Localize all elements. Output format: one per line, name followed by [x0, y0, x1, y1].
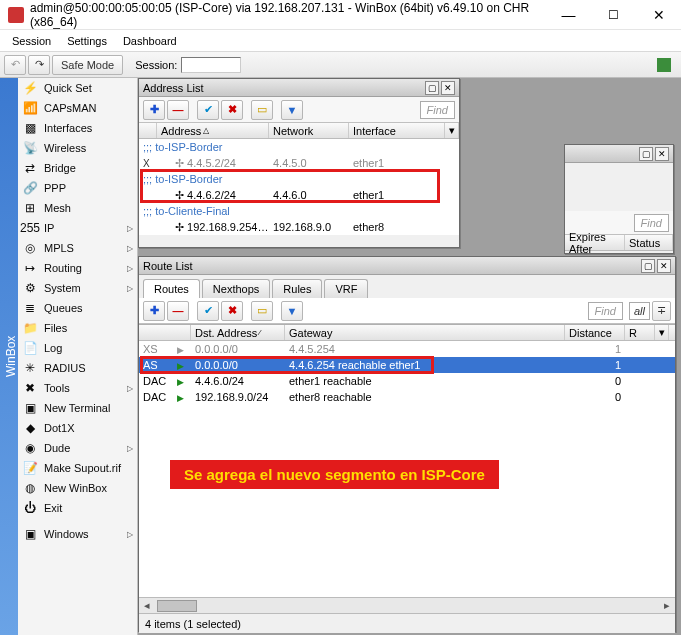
- col-dropdown-icon[interactable]: ▾: [445, 123, 459, 138]
- minimize-button[interactable]: —: [546, 0, 591, 30]
- sidebar-icon: ⊞: [22, 200, 38, 216]
- enable-button[interactable]: ✔: [197, 100, 219, 120]
- lease-window[interactable]: ▢ ✕ Find Expires After Status: [564, 144, 674, 254]
- route-col-dist[interactable]: Distance: [565, 325, 625, 340]
- sidebar-item-exit[interactable]: ⏻Exit: [18, 498, 137, 518]
- submenu-icon: ▷: [127, 384, 133, 393]
- sidebar-item-log[interactable]: 📄Log: [18, 338, 137, 358]
- session-input[interactable]: [181, 57, 241, 73]
- sidebar-item-system[interactable]: ⚙System▷: [18, 278, 137, 298]
- route-col-dropdown-icon[interactable]: ▾: [655, 325, 669, 340]
- safe-mode-button[interactable]: Safe Mode: [52, 55, 123, 75]
- lease-find-input[interactable]: Find: [634, 214, 669, 232]
- sidebar-item-capsman[interactable]: 📶CAPsMAN: [18, 98, 137, 118]
- address-find-input[interactable]: Find: [420, 101, 455, 119]
- sidebar-item-new-winbox[interactable]: ◍New WinBox: [18, 478, 137, 498]
- address-list-window[interactable]: Address List ▢ ✕ ✚ — ✔ ✖ ▭ ▼ Find: [138, 78, 460, 248]
- route-filter-button[interactable]: ▼: [281, 301, 303, 321]
- col-flag[interactable]: [139, 123, 157, 138]
- tab-vrf[interactable]: VRF: [324, 279, 368, 298]
- menu-settings[interactable]: Settings: [59, 33, 115, 49]
- col-interface[interactable]: Interface: [349, 123, 445, 138]
- sidebar-item-bridge[interactable]: ⇄Bridge: [18, 158, 137, 178]
- sidebar-item-new-terminal[interactable]: ▣New Terminal: [18, 398, 137, 418]
- address-row[interactable]: ✢ 192.168.9.254…192.168.9.0ether8: [139, 219, 459, 235]
- route-row[interactable]: AS▶0.0.0.0/04.4.6.254 reachable ether11: [139, 357, 675, 373]
- sidebar-item-mesh[interactable]: ⊞Mesh: [18, 198, 137, 218]
- sidebar-item-wireless[interactable]: 📡Wireless: [18, 138, 137, 158]
- col-address[interactable]: Address △: [157, 123, 269, 138]
- route-disable-button[interactable]: ✖: [221, 301, 243, 321]
- address-restore-button[interactable]: ▢: [425, 81, 439, 95]
- route-col-flag[interactable]: [139, 325, 191, 340]
- route-list-window[interactable]: Route List ▢ ✕ Routes Nexthops Rules VRF…: [138, 256, 676, 632]
- lease-window-title[interactable]: ▢ ✕: [565, 145, 673, 163]
- route-status-text: 4 items (1 selected): [145, 618, 241, 630]
- sidebar-item-routing[interactable]: ↦Routing▷: [18, 258, 137, 278]
- sidebar-item-quick-set[interactable]: ⚡Quick Set: [18, 78, 137, 98]
- sidebar-item-radius[interactable]: ✳RADIUS: [18, 358, 137, 378]
- lease-close-button[interactable]: ✕: [655, 147, 669, 161]
- scroll-thumb[interactable]: [157, 600, 197, 612]
- route-all-dropdown[interactable]: all: [629, 302, 650, 320]
- close-button[interactable]: ✕: [636, 0, 681, 30]
- address-comment-row[interactable]: ;;; to-ISP-Border: [139, 139, 459, 155]
- sidebar-item-ppp[interactable]: 🔗PPP: [18, 178, 137, 198]
- route-col-dst[interactable]: Dst. Address ∕: [191, 325, 285, 340]
- sidebar-item-tools[interactable]: ✖Tools▷: [18, 378, 137, 398]
- route-restore-button[interactable]: ▢: [641, 259, 655, 273]
- col-status[interactable]: Status: [625, 235, 673, 250]
- route-comment-button[interactable]: ▭: [251, 301, 273, 321]
- route-col-r[interactable]: R: [625, 325, 655, 340]
- col-expires[interactable]: Expires After: [565, 235, 625, 250]
- route-add-button[interactable]: ✚: [143, 301, 165, 321]
- address-comment-row[interactable]: ;;; to-ISP-Border: [139, 171, 459, 187]
- route-find-input[interactable]: Find: [588, 302, 623, 320]
- scroll-right-icon[interactable]: ▸: [659, 599, 675, 612]
- tab-nexthops[interactable]: Nexthops: [202, 279, 270, 298]
- sidebar-item-mpls[interactable]: ◎MPLS▷: [18, 238, 137, 258]
- address-row[interactable]: X✢ 4.4.5.2/244.4.5.0ether1: [139, 155, 459, 171]
- tab-rules[interactable]: Rules: [272, 279, 322, 298]
- sidebar-item-windows[interactable]: ▣Windows▷: [18, 524, 137, 544]
- lease-restore-button[interactable]: ▢: [639, 147, 653, 161]
- sidebar-item-dot1x[interactable]: ◆Dot1X: [18, 418, 137, 438]
- filter-button[interactable]: ▼: [281, 100, 303, 120]
- sidebar-item-queues[interactable]: ≣Queues: [18, 298, 137, 318]
- address-comment-row[interactable]: ;;; to-Cliente-Final: [139, 203, 459, 219]
- route-hscroll[interactable]: ◂ ▸: [139, 597, 675, 613]
- sidebar-item-files[interactable]: 📁Files: [18, 318, 137, 338]
- route-enable-button[interactable]: ✔: [197, 301, 219, 321]
- sidebar-item-interfaces[interactable]: ▩Interfaces: [18, 118, 137, 138]
- redo-button[interactable]: ↷: [28, 55, 50, 75]
- maximize-button[interactable]: ☐: [591, 0, 636, 30]
- submenu-icon: ▷: [127, 264, 133, 273]
- undo-button[interactable]: ↶: [4, 55, 26, 75]
- menu-session[interactable]: Session: [4, 33, 59, 49]
- route-close-button[interactable]: ✕: [657, 259, 671, 273]
- remove-button[interactable]: —: [167, 100, 189, 120]
- route-row[interactable]: DAC▶192.168.9.0/24ether8 reachable0: [139, 389, 675, 405]
- sidebar-item-dude[interactable]: ◉Dude▷: [18, 438, 137, 458]
- route-col-gw[interactable]: Gateway: [285, 325, 565, 340]
- route-all-expand-button[interactable]: ∓: [652, 301, 671, 321]
- menu-dashboard[interactable]: Dashboard: [115, 33, 185, 49]
- scroll-left-icon[interactable]: ◂: [139, 599, 155, 612]
- route-remove-button[interactable]: —: [167, 301, 189, 321]
- col-network[interactable]: Network: [269, 123, 349, 138]
- sidebar-icon: ◎: [22, 240, 38, 256]
- comment-button[interactable]: ▭: [251, 100, 273, 120]
- address-row[interactable]: ✢ 4.4.6.2/244.4.6.0ether1: [139, 187, 459, 203]
- address-close-button[interactable]: ✕: [441, 81, 455, 95]
- route-row[interactable]: XS▶0.0.0.0/04.4.5.2541: [139, 341, 675, 357]
- address-window-title[interactable]: Address List ▢ ✕: [139, 79, 459, 97]
- route-row[interactable]: DAC▶4.4.6.0/24ether1 reachable0: [139, 373, 675, 389]
- sidebar-item-ip[interactable]: 255IP▷: [18, 218, 137, 238]
- sidebar-item-make-supout-rif[interactable]: 📝Make Supout.rif: [18, 458, 137, 478]
- submenu-icon: ▷: [127, 284, 133, 293]
- sidebar-item-label: New Terminal: [44, 402, 110, 414]
- route-window-title[interactable]: Route List ▢ ✕: [139, 257, 675, 275]
- disable-button[interactable]: ✖: [221, 100, 243, 120]
- tab-routes[interactable]: Routes: [143, 279, 200, 298]
- add-button[interactable]: ✚: [143, 100, 165, 120]
